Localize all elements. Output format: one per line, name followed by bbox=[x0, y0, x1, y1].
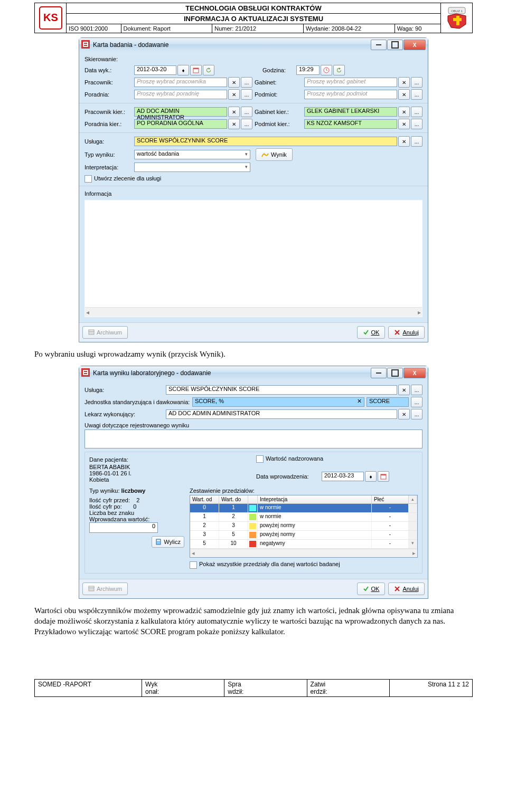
clear-icon[interactable]: ✕ bbox=[228, 77, 240, 88]
table-row[interactable]: 510negatywny-▾ bbox=[190, 540, 417, 549]
maximize-button[interactable] bbox=[387, 40, 403, 50]
svg-rect-17 bbox=[381, 474, 386, 475]
browse-icon[interactable]: ... bbox=[241, 119, 252, 129]
th-wart-od[interactable]: Wart. od bbox=[190, 495, 219, 503]
clear-icon[interactable]: ✕ bbox=[398, 136, 410, 147]
lekarz-field[interactable]: AD DOC ADMIN ADMINISTRATOR bbox=[166, 409, 397, 419]
typ-wyniku-select[interactable]: wartość badania bbox=[134, 150, 250, 159]
svg-rect-15 bbox=[84, 373, 87, 374]
archiwum-button[interactable]: Archiwum bbox=[82, 326, 128, 339]
th-plec[interactable]: Płeć bbox=[372, 495, 409, 503]
jednostka-field[interactable]: SCORE, %✕ bbox=[192, 397, 364, 407]
browse-icon[interactable]: ... bbox=[411, 77, 422, 88]
chk-utworz-zlecenie[interactable] bbox=[84, 175, 92, 183]
th-wart-do[interactable]: Wart. do bbox=[219, 495, 248, 503]
spinner-icon[interactable]: ♦ bbox=[177, 65, 189, 75]
lbl-pokaz-wszystkie: Pokaż wszystkie przedziały dla danej war… bbox=[199, 561, 340, 567]
data-wyk-field[interactable]: 2012-03-20 bbox=[134, 65, 176, 75]
browse-icon[interactable]: ... bbox=[411, 409, 422, 419]
clear-icon[interactable]: ✕ bbox=[228, 89, 240, 100]
clear-icon[interactable]: ✕ bbox=[398, 107, 410, 117]
wartosc-input[interactable]: 0 bbox=[89, 522, 158, 533]
gabinet-field[interactable]: Proszę wybrać gabinet bbox=[304, 78, 397, 87]
usluga-field[interactable]: SCORE WSPÓŁCZYNNIK SCORE bbox=[134, 137, 397, 146]
minimize-button[interactable] bbox=[371, 40, 387, 50]
maximize-button[interactable] bbox=[387, 368, 403, 378]
browse-icon[interactable]: ... bbox=[411, 397, 422, 407]
spinner-icon[interactable]: ♦ bbox=[365, 471, 377, 482]
browse-icon[interactable]: ... bbox=[411, 89, 422, 100]
table-row[interactable]: 01w normie- bbox=[190, 504, 417, 513]
gabinet-kier-field[interactable]: GLEK GABINET LEKARSKI bbox=[304, 107, 397, 117]
refresh-icon[interactable] bbox=[333, 65, 345, 75]
chk-nadzorowana[interactable] bbox=[256, 455, 264, 463]
podmiot-field[interactable]: Proszę wybrać podmiot bbox=[304, 90, 397, 99]
podmiot-kier-field[interactable]: KS NZOZ KAMSOFT bbox=[304, 119, 397, 129]
anuluj-button[interactable]: Anuluj bbox=[388, 582, 425, 595]
lbl-usluga: Usługa: bbox=[84, 386, 164, 394]
clear-icon[interactable]: ✕ bbox=[398, 385, 410, 395]
calendar-icon[interactable] bbox=[190, 65, 202, 75]
wynik-button[interactable]: Wynik bbox=[256, 148, 293, 161]
clear-icon[interactable]: ✕ bbox=[398, 77, 410, 88]
clear-icon[interactable]: ✕ bbox=[228, 119, 240, 129]
lbl-nadzorowana: Wartość nadzorowana bbox=[266, 455, 323, 462]
uwagi-textarea[interactable] bbox=[84, 429, 422, 448]
usluga-field[interactable]: SCORE WSPÓŁCZYNNIK SCORE bbox=[166, 385, 397, 395]
section-skierowanie: Skierowanie: bbox=[84, 55, 118, 63]
jednostka-r-field[interactable]: SCORE bbox=[367, 397, 409, 407]
minimize-button[interactable] bbox=[371, 368, 387, 378]
godzina-field[interactable]: 19:29 bbox=[296, 65, 320, 75]
browse-icon[interactable]: ... bbox=[241, 89, 252, 100]
lbl-uwagi: Uwagi dotyczące rejestrowanego wyniku bbox=[84, 421, 189, 429]
h-scrollbar[interactable]: ◂▸ bbox=[85, 307, 422, 317]
pacjent-dob: 1986-01-01 26 l. bbox=[89, 470, 251, 476]
table-row[interactable]: 12w normie- bbox=[190, 513, 417, 522]
archiwum-button[interactable]: Archiwum bbox=[82, 582, 128, 595]
browse-icon[interactable]: ... bbox=[241, 77, 252, 88]
browse-icon[interactable]: ... bbox=[411, 385, 422, 395]
h-scrollbar[interactable]: ◂▸ bbox=[190, 549, 417, 557]
titlebar[interactable]: Karta badania - dodawanie X bbox=[79, 38, 428, 52]
ok-button[interactable]: OK bbox=[357, 326, 386, 339]
close-button[interactable]: X bbox=[403, 40, 426, 50]
svg-rect-19 bbox=[157, 540, 160, 541]
val-ilosc-po: 0 bbox=[133, 503, 136, 510]
lbl-dane-pacjenta: Dane pacjenta: bbox=[89, 455, 128, 464]
browse-icon[interactable]: ... bbox=[241, 107, 252, 117]
close-button[interactable]: X bbox=[403, 368, 426, 378]
pacjent-sex: Kobieta bbox=[89, 476, 251, 483]
przedzialy-table: Wart. od Wart. do Intepretacja Płeć ▴ 01… bbox=[190, 495, 418, 558]
table-row[interactable]: 35powyżej normy- bbox=[190, 531, 417, 540]
clear-icon[interactable]: ✕ bbox=[228, 107, 240, 117]
clock-icon[interactable] bbox=[321, 65, 332, 75]
titlebar[interactable]: Karta wyniku laboratoryjnego - dodawanie… bbox=[79, 366, 428, 380]
wylicz-button[interactable]: Wylicz bbox=[152, 536, 184, 548]
th-interp[interactable]: Intepretacja bbox=[258, 495, 372, 503]
calendar-icon[interactable] bbox=[378, 471, 389, 482]
lbl-pracownik-kier: Pracownik kier.: bbox=[84, 108, 132, 116]
clear-icon[interactable]: ✕ bbox=[398, 89, 410, 100]
refresh-icon[interactable] bbox=[203, 65, 214, 75]
pracownik-field[interactable]: Proszę wybrać pracownika bbox=[134, 78, 227, 87]
informacja-textarea[interactable]: ◂▸ bbox=[84, 200, 422, 317]
data-wprow-field[interactable]: 2012-03-23 bbox=[322, 472, 364, 481]
ok-button[interactable]: OK bbox=[357, 582, 386, 595]
color-swatch bbox=[249, 523, 256, 529]
ftr-c1: SOMED -RAPORT bbox=[35, 680, 142, 696]
table-row[interactable]: 23powyżej normy- bbox=[190, 522, 417, 531]
pracownik-kier-field[interactable]: AD DOC ADMIN ADMINISTRATOR bbox=[134, 107, 227, 117]
paragraph-1: Po wybraniu usługi wprowadzamy wynik (pr… bbox=[34, 349, 473, 359]
interpretacja-select[interactable] bbox=[134, 163, 250, 172]
browse-icon[interactable]: ... bbox=[411, 119, 422, 129]
browse-icon[interactable]: ... bbox=[411, 107, 422, 117]
poradnia-kier-field[interactable]: PO PORADNIA OGÓLNA bbox=[134, 119, 227, 129]
chk-pokaz-wszystkie[interactable] bbox=[190, 561, 197, 569]
anuluj-button[interactable]: Anuluj bbox=[388, 326, 425, 339]
clear-icon[interactable]: ✕ bbox=[398, 409, 410, 419]
browse-icon[interactable]: ... bbox=[411, 136, 422, 147]
typ-wyniku-value: liczbowy bbox=[121, 488, 146, 494]
poradnia-field[interactable]: Proszę wybrać poradnię bbox=[134, 90, 227, 99]
dialog-karta-wyniku: Karta wyniku laboratoryjnego - dodawanie… bbox=[79, 366, 428, 598]
clear-icon[interactable]: ✕ bbox=[398, 119, 410, 129]
